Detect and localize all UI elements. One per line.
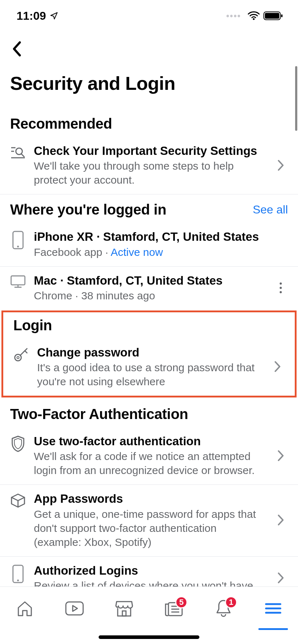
battery-icon [263,11,284,20]
svg-point-10 [17,246,19,248]
svg-point-15 [280,287,282,289]
see-all-link[interactable]: See all [253,203,288,216]
cube-icon [10,491,26,509]
tab-watch[interactable] [60,594,89,623]
row-title: iPhone XR · Stamford, CT, United States [34,229,288,244]
row-title: Change password [37,345,262,360]
content-scroll[interactable]: Security and Login Recommended Check You… [0,66,298,586]
notif-badge: 1 [225,596,237,608]
home-indicator[interactable] [99,635,199,639]
checklist-search-icon [10,143,26,160]
row-subtitle: We'll take you through some steps to hel… [34,159,266,187]
svg-rect-3 [281,14,283,17]
tab-notifications[interactable]: 1 [209,594,238,623]
page-title: Security and Login [0,66,298,109]
svg-point-14 [280,282,282,285]
status-right: •••• [226,11,284,21]
section-header-loggedin: Where you're logged in See all [0,194,298,223]
row-authorized-logins[interactable]: Authorized Logins Review a list of devic… [0,557,298,587]
svg-point-16 [280,291,282,293]
status-bar: 11:09 •••• [0,0,298,32]
tab-home[interactable] [10,594,39,623]
desktop-icon [10,273,26,289]
highlight-login-section: Login Change password It's a good idea t… [1,310,297,397]
section-title-login: Login [13,317,52,334]
row-title: Authorized Logins [34,563,266,578]
tab-menu[interactable] [259,594,288,623]
row-app-passwords[interactable]: App Passwords Get a unique, one-time pas… [0,485,298,556]
svg-line-7 [21,154,24,157]
row-title: Mac · Stamford, CT, United States [34,273,266,288]
home-icon [15,599,34,618]
row-subtitle: Facebook app · Active now [34,245,288,259]
session-app: Facebook app [34,246,102,258]
tab-marketplace[interactable] [110,594,139,623]
chevron-left-icon [12,41,22,57]
row-use-twofa[interactable]: Use two-factor authentication We'll ask … [0,427,298,485]
tab-underline [258,628,288,630]
chevron-right-icon [270,360,285,373]
news-badge: 5 [175,596,188,608]
tab-bar: 5 1 [0,586,298,630]
key-icon [13,345,29,362]
chevron-right-icon [274,159,288,171]
section-header-twofa: Two-Factor Authentication [0,399,298,427]
watch-icon [64,601,85,616]
svg-rect-11 [11,276,25,285]
row-subtitle: Review a list of devices where you won't… [34,579,266,586]
tab-news[interactable]: 5 [159,594,188,623]
back-button[interactable] [8,40,26,58]
nav-bar [0,32,298,66]
section-title-twofa: Two-Factor Authentication [10,406,188,422]
separator: · [102,246,110,258]
status-time: 11:09 [17,9,46,23]
row-title: Check Your Important Security Settings [34,143,266,158]
location-arrow-icon [50,12,58,20]
signal-dots-icon: •••• [226,11,241,21]
svg-rect-23 [66,602,83,615]
menu-icon [265,602,282,615]
svg-rect-24 [122,611,126,616]
store-icon [114,599,134,617]
scroll-indicator [295,66,297,131]
row-session-iphone[interactable]: iPhone XR · Stamford, CT, United States … [0,223,298,266]
svg-point-0 [253,18,255,20]
row-title: App Passwords [34,491,266,506]
chevron-right-icon [274,514,288,526]
svg-point-22 [17,579,19,581]
row-subtitle: Chrome · 38 minutes ago [34,289,266,303]
row-session-mac[interactable]: Mac · Stamford, CT, United States Chrome… [0,267,298,310]
svg-line-20 [25,351,27,353]
svg-rect-2 [265,13,279,19]
chevron-right-icon [274,450,288,462]
section-header-login: Login [3,312,295,339]
phone-icon [10,563,26,583]
status-left: 11:09 [17,9,58,23]
section-title-loggedin: Where you're logged in [10,202,166,218]
phone-icon [10,229,26,249]
svg-point-18 [17,356,19,359]
section-header-recommended: Recommended [0,109,298,137]
more-button[interactable] [274,281,288,294]
row-change-password[interactable]: Change password It's a good idea to use … [3,339,295,396]
chevron-right-icon [274,572,288,584]
shield-icon [10,434,26,452]
session-active: Active now [111,246,163,258]
section-title-recommended: Recommended [10,116,112,132]
row-subtitle: It's a good idea to use a strong passwor… [37,360,262,388]
row-subtitle: Get a unique, one-time password for apps… [34,507,266,549]
wifi-icon [248,11,260,20]
row-title: Use two-factor authentication [34,434,266,448]
more-vertical-icon [279,281,283,294]
row-subtitle: We'll ask for a code if we notice an att… [34,449,266,477]
row-check-security[interactable]: Check Your Important Security Settings W… [0,137,298,194]
